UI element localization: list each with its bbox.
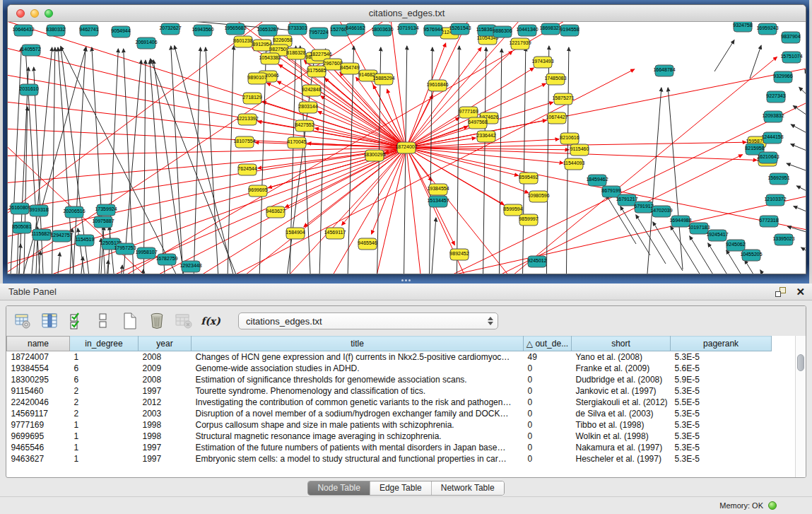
cell-in_degree[interactable]: 1 xyxy=(70,351,139,363)
table-row[interactable]: 1830029562008Estimation of significance … xyxy=(7,374,772,385)
cell-pagerank[interactable]: 5.3E-5 xyxy=(671,351,772,363)
network-node[interactable]: 9462741 xyxy=(79,25,98,36)
cell-out_degree[interactable]: 0 xyxy=(524,385,572,397)
network-node[interactable]: 20732627 xyxy=(159,23,181,35)
table-row[interactable]: 1938455462009Genome-wide association stu… xyxy=(7,363,772,374)
network-node[interactable]: 10653287 xyxy=(257,25,278,36)
cell-short[interactable]: Yano et al. (2008) xyxy=(572,351,671,363)
network-edge[interactable] xyxy=(406,148,518,175)
cell-name[interactable]: 19384554 xyxy=(7,363,70,374)
tab-network-table[interactable]: Network Table xyxy=(431,481,504,495)
network-window[interactable]: citations_edges.txt 18724007860123889129… xyxy=(7,4,806,274)
column-header-year[interactable]: year xyxy=(139,337,192,351)
cell-in_degree[interactable]: 2 xyxy=(70,385,139,397)
network-node[interactable]: 10455205 xyxy=(740,250,762,261)
column-header-pagerank[interactable]: pagerank xyxy=(671,337,772,351)
network-edge[interactable] xyxy=(9,47,21,274)
network-node[interactable]: 12217939 xyxy=(509,38,531,49)
network-node[interactable]: 2031610 xyxy=(19,84,38,95)
network-edge[interactable] xyxy=(714,40,734,71)
network-node[interactable]: 12093832 xyxy=(762,111,784,122)
network-edge[interactable] xyxy=(8,22,406,148)
network-node[interactable]: 26160809 xyxy=(8,203,30,214)
network-node[interactable]: 12923448 xyxy=(180,261,201,272)
network-edge[interactable] xyxy=(653,222,683,271)
table-scrollbar[interactable] xyxy=(795,336,806,478)
network-node[interactable]: 16648784 xyxy=(653,65,675,76)
cell-in_degree[interactable]: 2 xyxy=(70,408,139,419)
network-node[interactable]: 9115460 xyxy=(570,144,589,156)
network-node[interactable]: 1405572 xyxy=(21,45,40,56)
network-node[interactable]: 10543382 xyxy=(259,53,281,64)
network-canvas-wrap[interactable]: 1872400786012388912954822605898275098186… xyxy=(8,22,806,274)
column-header-out_degree[interactable]: △ out_de... xyxy=(524,337,572,351)
network-node[interactable]: 3175685 xyxy=(307,66,326,77)
network-edge[interactable] xyxy=(340,72,406,148)
network-node[interactable]: 15134457 xyxy=(427,196,449,207)
network-node[interactable]: 15261543 xyxy=(449,23,471,35)
cell-out_degree[interactable]: 0 xyxy=(524,442,572,453)
table-row[interactable]: 1872400712008Changes of HCN gene express… xyxy=(7,351,772,363)
cell-title[interactable]: Disruption of a novel member of a sodium… xyxy=(192,408,524,419)
tab-node-table[interactable]: Node Table xyxy=(308,481,370,495)
network-node[interactable]: 16782759 xyxy=(155,254,177,265)
cell-short[interactable]: Hescheler et al. (1997) xyxy=(572,453,671,465)
network-canvas[interactable]: 1872400786012388912954822605898275098186… xyxy=(8,22,806,274)
cell-year[interactable]: 2008 xyxy=(139,374,192,385)
network-node[interactable]: 8595492 xyxy=(519,173,538,184)
cell-short[interactable]: Nakamura et al. (1997) xyxy=(572,442,671,453)
cell-year[interactable]: 2008 xyxy=(139,351,192,363)
network-node[interactable]: 9245062 xyxy=(726,240,745,251)
column-header-in_degree[interactable]: in_degree xyxy=(70,337,139,351)
network-node[interactable]: 19743493 xyxy=(531,57,553,68)
network-node[interactable]: 2718129 xyxy=(242,93,261,104)
network-edge[interactable] xyxy=(317,148,406,274)
network-node[interactable]: 2803144 xyxy=(298,102,317,113)
cell-out_degree[interactable]: 0 xyxy=(524,408,572,419)
tab-edge-table[interactable]: Edge Table xyxy=(370,481,431,495)
network-node[interactable]: 8601238 xyxy=(233,36,252,47)
cell-name[interactable]: 22420046 xyxy=(7,397,70,408)
network-node[interactable]: 9837904 xyxy=(781,32,800,43)
cell-short[interactable]: Wolkin et al. (1998) xyxy=(572,431,671,442)
network-edge[interactable] xyxy=(124,49,135,274)
network-edge[interactable] xyxy=(404,46,407,274)
network-node[interactable]: 1154519 xyxy=(76,235,95,246)
network-edge[interactable] xyxy=(283,50,315,274)
cell-title[interactable]: Investigating the contribution of common… xyxy=(192,397,524,408)
show-columns-icon[interactable] xyxy=(40,312,59,330)
network-edge[interactable] xyxy=(8,148,406,156)
network-edge[interactable] xyxy=(787,163,806,173)
network-node[interactable]: 14569117 xyxy=(324,228,346,239)
network-node[interactable]: 9324758 xyxy=(733,22,752,32)
cell-short[interactable]: Dudbridge et al. (2008) xyxy=(572,374,671,385)
cell-name[interactable]: 18724007 xyxy=(7,351,70,363)
network-node[interactable]: 17485083 xyxy=(544,74,566,85)
cell-out_degree[interactable]: 0 xyxy=(524,397,572,408)
network-node[interactable]: 6497568 xyxy=(468,117,487,129)
network-edge[interactable] xyxy=(39,148,406,274)
network-node[interactable]: 10646432 xyxy=(12,25,34,36)
create-table-icon[interactable] xyxy=(121,312,139,330)
network-node[interactable]: 3919318 xyxy=(29,205,48,216)
zoom-window-icon[interactable] xyxy=(45,9,53,18)
cell-in_degree[interactable]: 2 xyxy=(70,397,139,408)
cell-name[interactable]: 9777169 xyxy=(7,419,70,431)
cell-title[interactable]: Embryonic stem cells: a model to study s… xyxy=(192,453,524,465)
network-edge[interactable] xyxy=(794,206,806,214)
cell-out_degree[interactable]: 49 xyxy=(524,351,572,363)
network-edge[interactable] xyxy=(171,46,184,274)
network-node[interactable]: 9886306 xyxy=(493,26,512,37)
network-node[interactable]: 19958107 xyxy=(135,247,157,259)
network-edge[interactable] xyxy=(791,144,806,153)
network-node[interactable]: 19245417 xyxy=(706,230,728,241)
table-scrollbar-thumb[interactable] xyxy=(797,354,804,371)
close-panel-icon[interactable]: ✕ xyxy=(796,287,805,297)
network-edge[interactable] xyxy=(8,129,406,148)
network-node[interactable]: 7957224 xyxy=(309,28,328,39)
network-edge[interactable] xyxy=(793,105,806,119)
network-node[interactable]: 9699695 xyxy=(248,185,267,197)
network-node[interactable]: 8210616 xyxy=(560,133,579,144)
network-node[interactable]: 10975887 xyxy=(92,216,114,228)
network-node[interactable]: 17957253 xyxy=(114,243,136,255)
